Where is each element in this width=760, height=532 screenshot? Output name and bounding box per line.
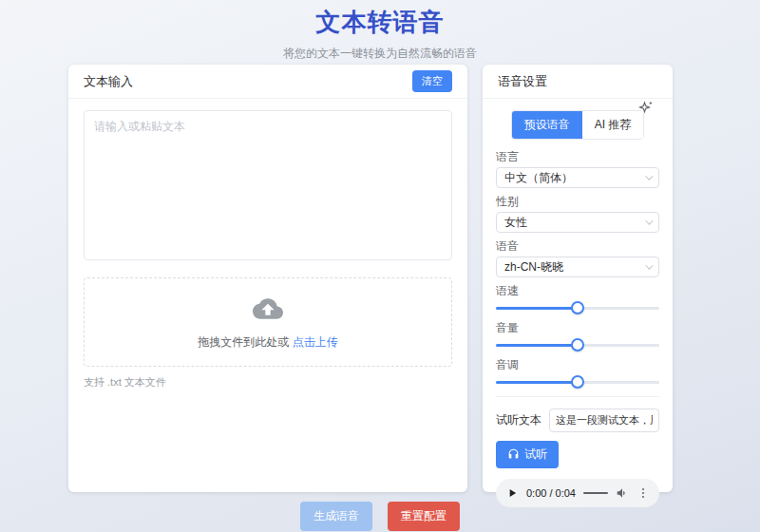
voice-field: 语音 zh-CN-晓晓 <box>496 240 659 277</box>
text-input-textarea[interactable] <box>84 110 452 260</box>
slider-fill <box>496 307 578 310</box>
voice-label: 语音 <box>496 240 659 253</box>
reset-config-button[interactable]: 重置配置 <box>388 502 460 531</box>
preview-text-label: 试听文本 <box>496 412 542 428</box>
voice-settings-panel-body: 预设语音 AI 推荐 语言 中文（简体） 性别 女性 <box>483 99 673 515</box>
gender-field: 性别 女性 <box>496 196 659 233</box>
preview-text-row: 试听文本 <box>496 408 659 432</box>
pitch-label: 音调 <box>496 359 659 371</box>
play-icon[interactable] <box>505 486 519 500</box>
page-title: 文本转语音 <box>0 0 760 39</box>
chevron-down-icon <box>645 172 653 180</box>
speed-slider-group: 语速 <box>496 285 659 314</box>
speed-slider[interactable] <box>496 301 659 314</box>
file-dropzone[interactable]: 拖拽文件到此处或 点击上传 <box>84 277 452 367</box>
language-label: 语言 <box>496 151 659 163</box>
speed-label: 语速 <box>496 285 659 297</box>
slider-fill <box>496 381 578 384</box>
upload-click-link[interactable]: 点击上传 <box>293 335 338 349</box>
language-select[interactable]: 中文（简体） <box>496 167 659 188</box>
voice-settings-panel-header: 语音设置 <box>483 65 673 99</box>
generate-voice-button[interactable]: 生成语音 <box>300 502 372 531</box>
sparkles-icon <box>637 100 655 121</box>
upload-hint: 拖拽文件到此处或 点击上传 <box>198 334 337 351</box>
text-input-panel-title: 文本输入 <box>84 73 133 90</box>
voice-select[interactable]: zh-CN-晓晓 <box>496 256 659 277</box>
listen-button-label: 试听 <box>524 446 547 463</box>
gender-select-value: 女性 <box>504 215 527 231</box>
pitch-slider[interactable] <box>496 375 659 389</box>
volume-slider[interactable] <box>496 338 659 352</box>
audio-time: 0:00 / 0:04 <box>526 487 576 499</box>
volume-slider-group: 音量 <box>496 322 659 352</box>
voice-settings-panel: 语音设置 预设语音 AI 推荐 语言 中文（简体） 性别 女性 <box>483 65 673 492</box>
text-input-panel: 文本输入 清空 拖拽文件到此处或 点击上传 支持 .txt 文本文件 <box>68 65 467 492</box>
page-subtitle: 将您的文本一键转换为自然流畅的语音 <box>0 46 760 62</box>
chevron-down-icon <box>645 261 653 269</box>
upload-drag-text: 拖拽文件到此处或 <box>198 335 289 349</box>
speaker-icon[interactable] <box>616 486 629 500</box>
voice-mode-tabs: 预设语音 AI 推荐 <box>511 110 645 140</box>
preview-text-input[interactable] <box>549 408 659 432</box>
clear-button[interactable]: 清空 <box>412 70 452 92</box>
page-header: 文本转语音 将您的文本一键转换为自然流畅的语音 <box>0 0 760 62</box>
slider-thumb[interactable] <box>571 338 584 352</box>
chevron-down-icon <box>645 217 653 224</box>
divider <box>496 396 659 397</box>
footer-actions: 生成语音 重置配置 <box>0 502 760 531</box>
language-field: 语言 中文（简体） <box>496 151 659 188</box>
slider-thumb[interactable] <box>571 375 584 389</box>
gender-label: 性别 <box>496 196 659 208</box>
cloud-upload-icon <box>249 294 287 328</box>
voice-settings-panel-title: 语音设置 <box>498 73 547 90</box>
gender-select[interactable]: 女性 <box>496 212 659 233</box>
volume-label: 音量 <box>496 322 659 334</box>
kebab-menu-icon[interactable] <box>636 486 650 500</box>
slider-fill <box>496 344 578 347</box>
supported-file-note: 支持 .txt 文本文件 <box>84 375 452 390</box>
tab-preset-voice[interactable]: 预设语音 <box>512 111 582 139</box>
audio-progress-bar[interactable] <box>583 492 608 494</box>
listen-button[interactable]: 试听 <box>496 441 559 468</box>
slider-thumb[interactable] <box>571 301 584 314</box>
tab-ai-recommend[interactable]: AI 推荐 <box>582 111 644 139</box>
pitch-slider-group: 音调 <box>496 359 659 389</box>
text-input-panel-header: 文本输入 清空 <box>68 65 467 99</box>
headphones-icon <box>507 447 520 463</box>
language-select-value: 中文（简体） <box>504 170 573 186</box>
text-input-panel-body: 拖拽文件到此处或 点击上传 支持 .txt 文本文件 <box>68 99 467 401</box>
voice-select-value: zh-CN-晓晓 <box>504 259 563 276</box>
